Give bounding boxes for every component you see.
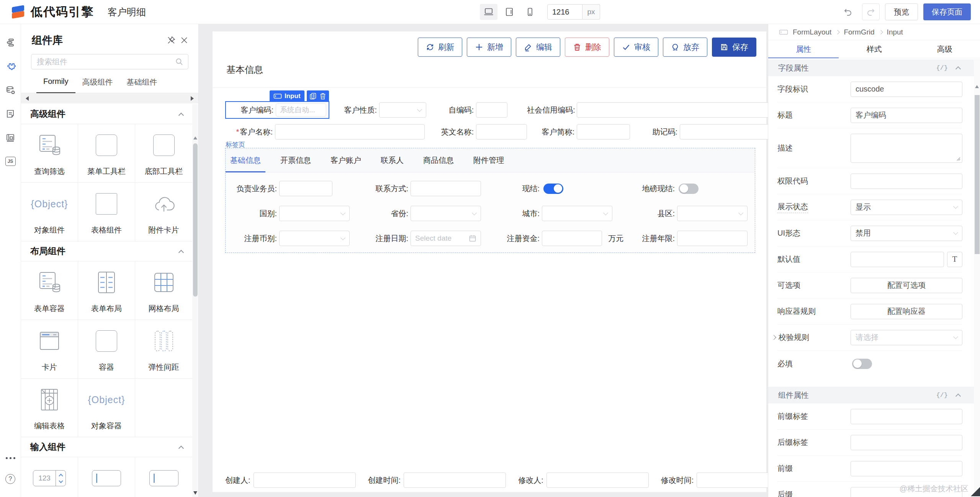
short-name-input[interactable]	[577, 124, 630, 139]
city-select[interactable]	[542, 206, 612, 221]
more-button[interactable]	[5, 452, 16, 464]
component-item-menu-toolbar[interactable]: 菜单工具栏	[78, 124, 135, 183]
scroll-right-icon[interactable]	[191, 96, 194, 101]
resize-handle-icon[interactable]	[956, 156, 960, 161]
tab-formily[interactable]: Formily	[36, 77, 75, 93]
component-item-object-container[interactable]: {Object} 对象容器	[78, 379, 135, 437]
cash-settle-toggle[interactable]	[543, 184, 563, 194]
preview-button[interactable]: 预览	[885, 3, 918, 20]
canvas-width-input[interactable]	[547, 4, 582, 20]
scroll-thumb[interactable]	[193, 143, 198, 297]
breadcrumb-formgrid[interactable]: FormGrid	[844, 28, 874, 36]
component-item-text-input[interactable]	[78, 457, 135, 497]
component-item-object-component[interactable]: {Object} 对象组件	[21, 183, 78, 241]
field-modifier[interactable]: 修改人:	[518, 472, 661, 488]
register-years-input[interactable]	[677, 231, 748, 246]
mnemonic-code-input[interactable]	[680, 124, 782, 139]
configure-options-button[interactable]: 配置可选项	[851, 278, 962, 293]
scroll-left-icon[interactable]	[26, 96, 29, 101]
title-input[interactable]	[851, 108, 962, 123]
component-item-attachment-card[interactable]: 附件卡片	[135, 183, 192, 241]
tab-style[interactable]: 样式	[839, 40, 909, 58]
tab-basic-info[interactable]: 基础信息	[226, 155, 265, 172]
field-customer-type[interactable]: 客户性质:	[329, 102, 426, 118]
ui-form-select[interactable]: 禁用	[851, 226, 962, 241]
field-credit-code[interactable]: 社会信用编码:	[527, 102, 784, 118]
display-state-select[interactable]: 显示	[851, 200, 962, 215]
field-district[interactable]: 县区:	[623, 206, 755, 221]
discard-button[interactable]: 放弃	[663, 38, 707, 57]
scroll-up-icon[interactable]	[975, 85, 979, 88]
scroll-down-icon[interactable]	[193, 491, 197, 495]
component-item-number-input[interactable]: 123	[21, 457, 78, 497]
self-code-input[interactable]	[476, 102, 507, 118]
copy-icon[interactable]	[310, 93, 316, 100]
text-type-button[interactable]: T	[947, 252, 962, 267]
required-toggle[interactable]	[852, 359, 872, 369]
tab-contacts[interactable]: 联系人	[376, 155, 408, 172]
customer-code-input[interactable]	[276, 103, 326, 116]
register-currency-select[interactable]	[279, 231, 350, 246]
field-short-name[interactable]: 客户简称:	[527, 123, 630, 140]
scroll-thumb[interactable]	[975, 95, 980, 254]
component-item-text-input[interactable]	[135, 457, 192, 497]
inspector-scrollbar[interactable]	[974, 60, 980, 497]
field-province[interactable]: 省份:	[357, 206, 488, 221]
component-item-query-filter[interactable]: 查询筛选	[21, 124, 78, 183]
device-phone-button[interactable]	[521, 4, 539, 20]
field-create-time[interactable]: 创建时间:	[368, 472, 519, 488]
tab-attachments[interactable]: 附件管理	[469, 155, 509, 172]
customer-type-select[interactable]	[379, 102, 426, 118]
credit-code-input[interactable]	[577, 102, 782, 118]
field-mnemonic-code[interactable]: 助记码:	[630, 123, 784, 140]
customer-name-input[interactable]	[275, 124, 425, 139]
breadcrumb-input[interactable]: Input	[887, 28, 903, 36]
prefix-label-input[interactable]	[851, 409, 962, 424]
tab-advanced-components[interactable]: 高级组件	[75, 77, 120, 93]
save-page-button[interactable]: 保存页面	[923, 3, 971, 20]
scroll-up-icon[interactable]	[193, 136, 197, 139]
component-item-form-container[interactable]: 表单容器	[21, 261, 78, 320]
district-select[interactable]	[677, 206, 748, 221]
tab-customer-account[interactable]: 客户账户	[326, 155, 366, 172]
help-button[interactable]: ?	[5, 473, 16, 485]
section-header-input[interactable]: 输入组件	[21, 437, 192, 457]
device-desktop-button[interactable]	[480, 4, 497, 20]
close-panel-button[interactable]	[178, 34, 191, 46]
section-header-layout[interactable]: 布局组件	[21, 241, 192, 261]
tab-props[interactable]: 属性	[768, 40, 839, 58]
add-button[interactable]: 新增	[467, 38, 511, 57]
province-select[interactable]	[411, 206, 481, 221]
component-item-flex-space[interactable]: 弹性间距	[135, 320, 192, 379]
field-contact[interactable]: 联系方式:	[357, 181, 488, 196]
field-country[interactable]: 国别:	[226, 206, 357, 221]
field-city[interactable]: 城市:	[488, 206, 623, 221]
field-id-input[interactable]	[851, 82, 962, 97]
register-capital-input[interactable]	[542, 231, 602, 246]
tab-invoice-info[interactable]: 开票信息	[276, 155, 316, 172]
outline-tree-button[interactable]	[5, 37, 16, 48]
section-header-advanced[interactable]: 高级组件	[21, 104, 192, 124]
pin-panel-button[interactable]	[165, 34, 178, 46]
field-customer-name[interactable]: *客户名称:	[225, 123, 426, 140]
component-tag[interactable]: Input	[270, 90, 304, 102]
validation-select[interactable]: 请选择	[851, 330, 962, 345]
field-self-code[interactable]: 自编码:	[426, 102, 527, 118]
component-item-grid-layout[interactable]: 网格布局	[135, 261, 192, 320]
delete-button[interactable]: 删除	[565, 38, 609, 57]
device-tablet-button[interactable]	[501, 4, 518, 20]
undo-button[interactable]	[839, 3, 857, 20]
tab-advanced[interactable]: 高级	[910, 40, 980, 58]
contact-input[interactable]	[411, 181, 481, 196]
code-braces-icon[interactable]: {/}	[936, 64, 948, 72]
component-item-table-component[interactable]: 表格组件	[78, 183, 135, 241]
tab-product-info[interactable]: 商品信息	[419, 155, 458, 172]
component-item-card[interactable]: 卡片	[21, 320, 78, 379]
field-register-currency[interactable]: 注册币别:	[226, 231, 357, 246]
country-select[interactable]	[279, 206, 350, 221]
page-settings-button[interactable]	[5, 108, 16, 120]
field-salesman[interactable]: 负责业务员:	[226, 181, 357, 196]
suffix-label-input[interactable]	[851, 435, 962, 450]
js-panel-button[interactable]: JS	[5, 156, 16, 167]
breadcrumb-formlayout[interactable]: FormLayout	[793, 28, 831, 36]
